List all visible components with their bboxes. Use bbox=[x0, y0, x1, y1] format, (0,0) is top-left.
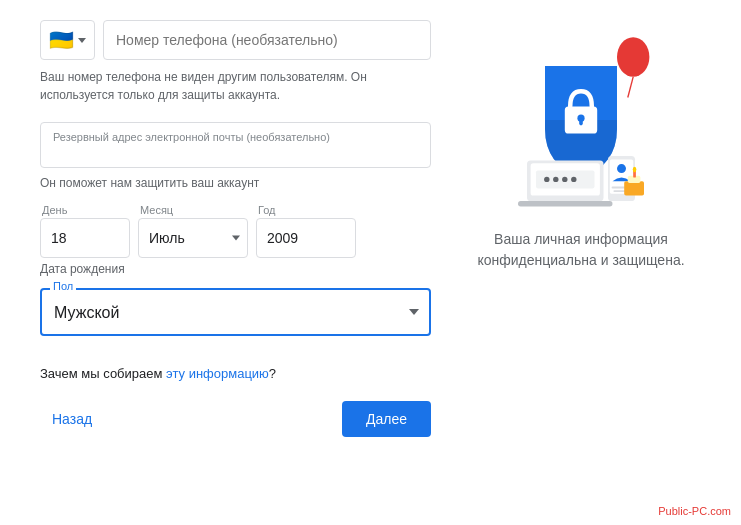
day-field-group: День bbox=[40, 204, 130, 258]
phone-input-wrapper bbox=[103, 20, 431, 60]
email-note: Он поможет нам защитить ваш аккаунт bbox=[40, 176, 431, 190]
svg-rect-18 bbox=[624, 181, 644, 195]
security-illustration bbox=[491, 30, 671, 213]
svg-point-8 bbox=[544, 177, 549, 182]
month-select-wrapper: Январь Февраль Март Апрель Май Июнь Июль… bbox=[138, 218, 248, 258]
day-label: День bbox=[40, 204, 130, 216]
gender-wrapper: Пол Мужской Женский Не указывать bbox=[40, 288, 431, 336]
svg-rect-4 bbox=[579, 118, 583, 125]
bottom-buttons: Назад Далее bbox=[40, 401, 431, 437]
year-label: Год bbox=[256, 204, 356, 216]
month-field-group: Месяц Январь Февраль Март Апрель Май Июн… bbox=[138, 204, 248, 258]
svg-line-1 bbox=[628, 77, 633, 98]
dob-label: Дата рождения bbox=[40, 262, 431, 276]
day-input[interactable] bbox=[40, 218, 130, 258]
gender-select[interactable]: Мужской Женский Не указывать bbox=[40, 288, 431, 336]
month-label: Месяц bbox=[138, 204, 248, 216]
svg-point-9 bbox=[553, 177, 558, 182]
svg-point-21 bbox=[633, 167, 637, 172]
next-button[interactable]: Далее bbox=[342, 401, 431, 437]
illustration-caption: Ваша личная информация конфиденциальна и… bbox=[477, 229, 684, 271]
gender-label: Пол bbox=[50, 280, 76, 292]
why-collect-text: Зачем мы собираем эту информацию? bbox=[40, 366, 431, 381]
left-panel: 🇺🇦 Ваш номер телефона не виден другим по… bbox=[40, 20, 451, 505]
why-collect-prefix: Зачем мы собираем bbox=[40, 366, 166, 381]
flag-icon: 🇺🇦 bbox=[49, 30, 74, 50]
back-button[interactable]: Назад bbox=[40, 403, 104, 435]
year-field-group: Год bbox=[256, 204, 356, 258]
dob-row: День Месяц Январь Февраль Март Апрель Ма… bbox=[40, 204, 431, 258]
chevron-down-icon bbox=[78, 38, 86, 43]
svg-point-15 bbox=[617, 164, 626, 173]
right-panel: Ваша личная информация конфиденциальна и… bbox=[451, 20, 711, 505]
svg-point-10 bbox=[562, 177, 567, 182]
email-input[interactable] bbox=[53, 145, 418, 161]
watermark: Public-PC.com bbox=[658, 505, 731, 517]
email-field-label: Резервный адрес электронной почты (необя… bbox=[53, 131, 418, 143]
why-collect-suffix: ? bbox=[269, 366, 276, 381]
phone-privacy-note: Ваш номер телефона не виден другим польз… bbox=[40, 68, 431, 104]
year-input[interactable] bbox=[256, 218, 356, 258]
country-selector[interactable]: 🇺🇦 bbox=[40, 20, 95, 60]
phone-row: 🇺🇦 bbox=[40, 20, 431, 60]
email-field-wrapper: Резервный адрес электронной почты (необя… bbox=[40, 122, 431, 168]
why-collect-link[interactable]: эту информацию bbox=[166, 366, 269, 381]
phone-input[interactable] bbox=[103, 20, 431, 60]
svg-point-11 bbox=[571, 177, 576, 182]
svg-rect-12 bbox=[518, 201, 613, 206]
month-select[interactable]: Январь Февраль Март Апрель Май Июнь Июль… bbox=[138, 218, 248, 258]
svg-point-0 bbox=[617, 37, 649, 77]
